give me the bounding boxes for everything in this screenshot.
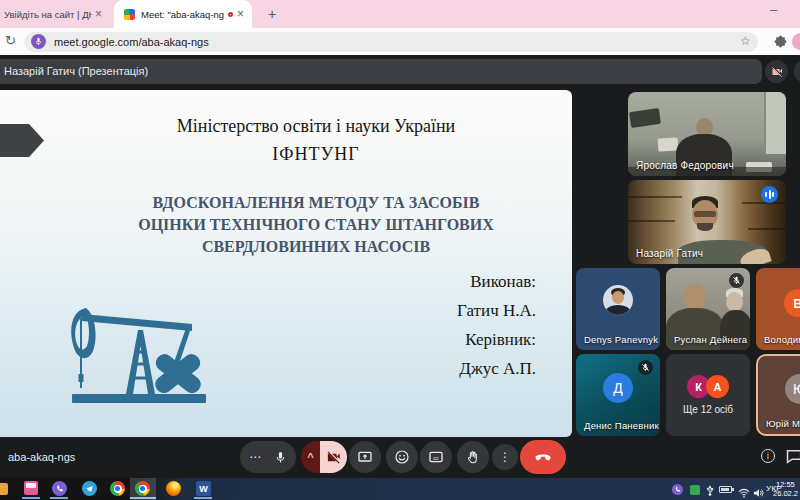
chrome-dot [115,486,120,491]
initial-letter: К [695,381,702,393]
taskbar-app-cut[interactable] [0,483,8,495]
ministry-line: Міністерство освіти і науки України [56,112,572,140]
tab-close-icon[interactable]: × [237,7,244,21]
initial-avatar: Д [603,373,633,403]
avatar-group: К А [666,375,750,398]
participant-name: Руслан Дейнега [674,334,747,345]
video-tile-denys-panevnyk[interactable]: Denys Panevnyk [576,268,660,350]
tab-active[interactable]: Meet: "aba-akaq-ngs" × [114,0,252,28]
meet-favicon-icon [124,9,135,20]
video-tile-nazarii[interactable]: Назарій Гатич [628,180,786,264]
info-icon: i [767,451,769,461]
initial-letter: Д [613,380,622,396]
taskbar-app-firefox[interactable] [166,481,181,496]
reload-button[interactable]: ↻ [5,33,16,48]
taskbar-app-photos[interactable] [24,481,38,495]
slide-header-block: Міністерство освіти і науки України ІФНТ… [56,112,572,168]
video-tile-yaroslav[interactable]: Ярослав Федорович [628,92,786,176]
university-line: ІФНТУНГ [56,140,572,168]
tray-clock-date[interactable]: 26.02.2 [773,489,798,498]
mic-off-icon [729,273,744,288]
tab-inactive[interactable]: Увійдіть на сайт | ДН ІФНТУНГ × [0,0,112,28]
mic-icon[interactable] [274,451,287,464]
tray-battery-icon[interactable] [719,486,732,493]
mic-button-group[interactable]: ⋯ [240,441,296,473]
title-line-2: ОЦІНКИ ТЕХНІЧНОГО СТАНУ ШТАНГОВИХ [46,214,572,236]
extensions-icon[interactable] [774,34,787,47]
bookmark-star-icon[interactable]: ☆ [740,34,751,48]
present-button[interactable] [349,441,381,473]
chrome-dot [140,486,145,491]
tab-close-icon[interactable]: × [95,7,102,21]
mic-permission-icon[interactable] [31,34,46,49]
title-line-1: ВДОСКОНАЛЕННЯ МЕТОДУ ТА ЗАСОБІВ [46,192,572,214]
initial-letter: Ю [793,381,800,397]
taskbar-app-viber[interactable] [52,481,67,496]
mic-options-icon[interactable]: ⋯ [249,450,261,464]
meeting-code: aba-akaq-ngs [8,451,75,463]
executor-label: Виконав: [336,267,536,296]
more-options-button[interactable]: ⋮ [492,444,518,470]
participant-beard [697,223,713,231]
camera-button-group[interactable]: ^ [301,441,347,473]
tab-active-label: Meet: "aba-akaq-ngs" [141,9,224,20]
battery-nub [732,488,734,491]
tray-usb-icon[interactable] [706,483,714,500]
taskbar-app-chrome[interactable] [110,481,125,496]
chat-button[interactable] [786,449,800,468]
svg-text:cc: cc [433,455,439,461]
raise-hand-button[interactable] [457,441,489,473]
participant-head [684,284,706,310]
initial-letter: А [714,381,722,393]
taskbar-app-telegram[interactable] [82,481,97,496]
presentation-banner-label: Назарій Гатич (Презентація) [4,59,148,84]
new-tab-button[interactable]: + [262,4,282,24]
supervisor-name: Джус А.П. [336,354,536,383]
initial-avatar: Ю [785,374,800,404]
chrome-center [114,485,122,493]
reactions-button[interactable] [386,441,418,473]
video-tile-yurii[interactable]: Ю Юрій Мосор [756,354,800,436]
camera-off-chip [765,60,788,83]
second-person-head [726,292,743,312]
end-call-button[interactable] [520,440,566,474]
bookshelf-line [628,220,675,222]
video-tile-ruslan[interactable]: Руслан Дейнега [666,268,750,350]
tray-antivirus-icon[interactable] [690,485,700,495]
taskbar-app-chrome-active[interactable] [135,481,150,496]
bookshelf-line [628,196,682,198]
taskbar-underline [50,497,68,499]
chrome-center [139,485,147,493]
more-participants-label: Ще 12 осіб [666,404,750,415]
participant-name: Ярослав Федорович [636,160,734,171]
captions-button[interactable]: cc [420,441,452,473]
shared-presentation[interactable]: Міністерство освіти і науки України ІФНТ… [0,90,572,437]
video-tile-denys-ua[interactable]: Д Денис Паневник [576,354,660,436]
tray-viber-icon[interactable] [672,484,683,495]
bookshelf-line [742,202,786,204]
window-minimize-button[interactable]: – [770,2,777,17]
chevron-up-icon: ^ [307,452,313,462]
video-tile-volodymyr[interactable]: В Володимир [756,268,800,350]
tray-clock-time[interactable]: 12:55 [776,480,795,489]
participant-name: Денис Паневник [584,420,659,431]
url-text[interactable]: meet.google.com/aba-akaq-ngs [54,36,209,48]
taskbar-underline [194,497,212,499]
tray-volume-icon[interactable] [753,484,764,500]
avatar [603,285,633,315]
tray-wifi-icon[interactable] [738,484,750,500]
bookshelf-line [748,228,786,230]
audio-bar [769,190,771,199]
battery-fill [721,488,729,491]
slide-arrow-shape [0,124,44,157]
taskbar-underline [22,497,40,499]
photos-inner [26,483,36,488]
audio-bar [765,192,767,197]
taskbar-app-word[interactable]: W [196,481,211,496]
audio-bar [772,192,774,197]
executor-name: Гатич Н.А. [336,296,536,325]
meeting-info-button[interactable]: i [761,449,775,463]
title-line-3: СВЕРДЛОВИННИХ НАСОСІВ [46,236,572,258]
pump-jack-illustration [60,294,272,430]
more-participants-tile[interactable]: К А Ще 12 осіб [666,354,750,436]
